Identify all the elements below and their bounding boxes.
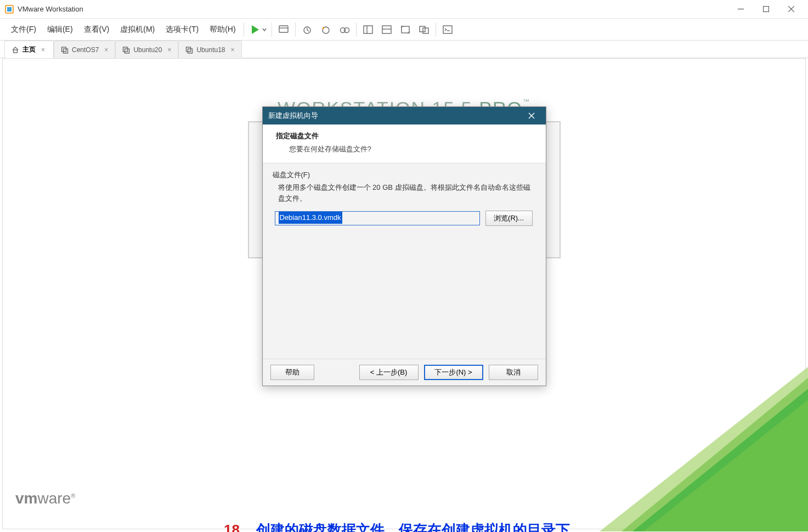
dialog-header: 指定磁盘文件 您要在何处存储磁盘文件? xyxy=(263,124,546,163)
menu-tabs[interactable]: 选项卡(T) xyxy=(160,21,204,38)
chevron-down-icon xyxy=(262,27,267,32)
next-button[interactable]: 下一步(N) > xyxy=(424,365,483,380)
dialog-titlebar[interactable]: 新建虚拟机向导 xyxy=(263,107,546,124)
vm-icon xyxy=(122,46,130,54)
disk-file-value: Debian11.3.0.vmdk xyxy=(279,212,342,224)
separator xyxy=(436,22,436,37)
tab-label: Ubuntu18 xyxy=(196,46,225,54)
tab-label: CentOS7 xyxy=(72,46,99,54)
close-icon xyxy=(528,112,535,119)
tab-close-button[interactable]: × xyxy=(104,46,108,54)
tab-close-button[interactable]: × xyxy=(167,46,171,54)
svg-rect-21 xyxy=(423,28,428,33)
svg-marker-34 xyxy=(643,400,808,531)
snapshot-manager-button[interactable] xyxy=(335,20,354,39)
tab-label: Ubuntu20 xyxy=(133,46,162,54)
fullscreen-button[interactable] xyxy=(396,20,415,39)
cancel-button[interactable]: 取消 xyxy=(489,365,538,380)
menu-view[interactable]: 查看(V) xyxy=(78,21,115,38)
step-number: 18 xyxy=(224,522,240,532)
svg-rect-26 xyxy=(64,49,68,53)
browse-button[interactable]: 浏览(R)... xyxy=(485,211,533,226)
vmware-logo: vmware® xyxy=(15,490,75,507)
send-ctrl-alt-del-button[interactable] xyxy=(274,20,293,39)
dialog-body: 磁盘文件(F) 将使用多个磁盘文件创建一个 20 GB 虚拟磁盘。将根据此文件名… xyxy=(263,163,546,359)
window-close-button[interactable] xyxy=(778,1,804,18)
titlebar: VMware Workstation xyxy=(0,0,808,19)
snapshot-revert-button[interactable] xyxy=(317,20,335,39)
dialog-heading: 指定磁盘文件 xyxy=(276,131,536,141)
svg-rect-24 xyxy=(14,50,18,53)
tab-close-button[interactable]: × xyxy=(230,46,234,54)
tab-label: 主页 xyxy=(22,45,36,54)
svg-rect-22 xyxy=(443,26,452,33)
svg-rect-30 xyxy=(188,49,193,53)
separator xyxy=(356,22,357,37)
svg-rect-28 xyxy=(125,49,129,53)
svg-rect-7 xyxy=(279,26,288,32)
svg-rect-17 xyxy=(382,26,391,33)
vm-icon xyxy=(61,46,69,54)
menubar: 文件(F) 编辑(E) 查看(V) 虚拟机(M) 选项卡(T) 帮助(H) xyxy=(0,19,808,41)
svg-line-11 xyxy=(307,30,309,31)
menu-vm[interactable]: 虚拟机(M) xyxy=(115,21,160,38)
menu-help[interactable]: 帮助(H) xyxy=(204,21,241,38)
svg-rect-15 xyxy=(364,26,372,33)
tabbar: 主页 × CentOS7 × Ubuntu20 × Ubuntu18 × xyxy=(0,41,808,58)
back-button[interactable]: < 上一步(B) xyxy=(359,365,419,380)
home-icon xyxy=(12,46,19,54)
dialog-footer: 帮助 < 上一步(B) 下一步(N) > 取消 xyxy=(263,359,546,386)
svg-marker-6 xyxy=(252,25,259,34)
svg-rect-27 xyxy=(123,47,128,52)
app-title: VMware Workstation xyxy=(18,5,83,13)
dialog-title: 新建虚拟机向导 xyxy=(268,111,318,121)
content-area: WORKSTATION 15.5 PRO™ 新建虚拟机向导 指定磁盘文件 您要在… xyxy=(0,58,808,531)
svg-rect-3 xyxy=(763,7,769,12)
tab-centos7[interactable]: CentOS7 × xyxy=(54,41,115,58)
tab-ubuntu20[interactable]: Ubuntu20 × xyxy=(115,41,178,58)
app-icon xyxy=(4,4,14,14)
dialog-close-button[interactable] xyxy=(523,107,540,124)
vm-icon xyxy=(185,46,193,54)
view-console-button[interactable] xyxy=(359,20,377,39)
menu-edit[interactable]: 编辑(E) xyxy=(42,21,78,38)
decorative-triangle xyxy=(578,367,808,531)
window-minimize-button[interactable] xyxy=(728,1,753,18)
separator xyxy=(244,22,244,37)
disk-file-label: 磁盘文件(F) xyxy=(273,170,536,180)
svg-rect-29 xyxy=(187,47,191,52)
separator xyxy=(272,22,272,37)
snapshot-take-button[interactable] xyxy=(298,20,317,39)
unity-button[interactable] xyxy=(415,20,433,39)
disk-file-input[interactable]: Debian11.3.0.vmdk xyxy=(275,211,480,225)
svg-rect-25 xyxy=(62,47,66,52)
view-stretch-button[interactable] xyxy=(377,20,396,39)
new-vm-wizard-dialog: 新建虚拟机向导 指定磁盘文件 您要在何处存储磁盘文件? 磁盘文件(F) 将使用多… xyxy=(262,106,546,386)
disk-file-description: 将使用多个磁盘文件创建一个 20 GB 虚拟磁盘。将根据此文件名自动命名这些磁盘… xyxy=(278,182,536,204)
tab-ubuntu18[interactable]: Ubuntu18 × xyxy=(178,41,241,58)
power-on-button[interactable] xyxy=(246,23,269,36)
tab-home[interactable]: 主页 × xyxy=(4,41,54,58)
menu-file[interactable]: 文件(F) xyxy=(5,21,42,38)
tab-close-button[interactable]: × xyxy=(41,46,45,54)
window-maximize-button[interactable] xyxy=(753,1,778,18)
svg-rect-20 xyxy=(420,26,425,32)
dialog-subheading: 您要在何处存储磁盘文件? xyxy=(289,144,536,154)
annotation-text: 创建的磁盘数据文件，保存在创建虚拟机的目录下。 xyxy=(256,522,584,532)
svg-rect-1 xyxy=(7,7,12,12)
separator xyxy=(295,22,296,37)
svg-rect-19 xyxy=(402,26,409,33)
terminal-button[interactable] xyxy=(438,20,457,39)
help-button[interactable]: 帮助 xyxy=(270,365,314,380)
